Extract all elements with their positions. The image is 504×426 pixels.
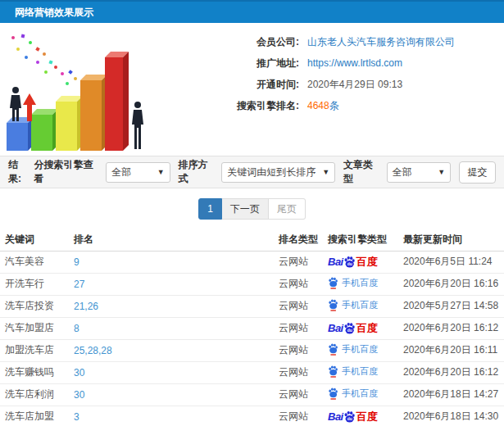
businessman-left-icon — [10, 87, 21, 121]
cell-rank[interactable]: 25,28,28 — [74, 339, 279, 361]
baidu-paw-icon — [328, 298, 338, 312]
table-row: 加盟洗车店25,28,28云网站手机百度2020年6月20日 16:11 — [0, 339, 504, 361]
cell-updated: 2020年5月27日 14:58 — [403, 295, 504, 317]
cell-rank-type: 云网站 — [279, 383, 328, 406]
result-label: 结果: — [8, 158, 30, 186]
cell-updated: 2020年6月20日 16:16 — [403, 273, 504, 295]
next-page-button[interactable]: 下一页 — [222, 198, 269, 220]
info-row-company: 会员公司: 山东老人头汽车服务咨询有限公司 — [148, 31, 504, 52]
cell-rank[interactable]: 27 — [74, 273, 279, 295]
cell-rank-type: 云网站 — [279, 361, 328, 383]
svg-text:du: du — [347, 329, 352, 333]
cell-updated: 2020年6月18日 14:30 — [403, 406, 504, 426]
table-row: 洗车店加盟3云网站Baidu百度2020年6月18日 14:30 — [0, 406, 504, 426]
sort-select[interactable]: 关键词由短到长排序 ▼ — [221, 162, 335, 183]
company-info-list: 会员公司: 山东老人头汽车服务咨询有限公司 推广地址: https://www.… — [148, 23, 504, 156]
table-row: 汽车美容9云网站Baidu百度2020年6月5日 11:24 — [0, 251, 504, 273]
mobile-baidu-logo: 手机百度 — [328, 365, 378, 378]
baidu-paw-icon: du — [343, 322, 356, 334]
cell-engine: 手机百度 — [328, 295, 403, 317]
rank-count-number: 4648 — [307, 100, 329, 111]
table-row: 汽车加盟店8云网站Baidu百度2020年6月20日 16:12 — [0, 317, 504, 339]
cell-keyword: 洗车店投资 — [0, 295, 74, 317]
page-title: 网络营销效果展示 — [15, 6, 93, 20]
header-rank: 排名 — [74, 229, 279, 251]
cell-keyword: 洗车店加盟 — [0, 406, 74, 426]
promo-url-link[interactable]: https://www.lrtlsd.com — [307, 57, 402, 69]
mobile-baidu-logo: 手机百度 — [328, 342, 378, 356]
mobile-baidu-logo: 手机百度 — [328, 387, 378, 401]
baidu-logo: Baidu百度 — [328, 255, 378, 270]
cell-keyword: 汽车加盟店 — [0, 317, 74, 339]
cell-engine: 手机百度 — [328, 339, 403, 361]
cell-engine: Baidu百度 — [328, 406, 403, 426]
cell-engine: 手机百度 — [328, 273, 403, 295]
baidu-paw-icon: du — [343, 410, 356, 423]
cell-keyword: 洗车赚钱吗 — [0, 361, 74, 383]
chevron-down-icon: ▼ — [438, 168, 445, 176]
cell-rank[interactable]: 3 — [74, 406, 279, 426]
mobile-baidu-logo: 手机百度 — [328, 276, 378, 290]
baidu-logo: Baidu百度 — [328, 321, 378, 336]
page: 网络营销效果展示 — [0, 0, 504, 426]
chevron-down-icon: ▼ — [157, 168, 165, 176]
info-row-rank-count: 搜索引擎排名: 4648条 — [148, 95, 504, 116]
header-engine-type: 搜索引擎类型 — [328, 229, 403, 251]
table-header-row: 关键词 排名 排名类型 搜索引擎类型 最新更新时间 — [0, 229, 504, 251]
growth-chart-illustration — [0, 23, 148, 154]
cell-keyword: 加盟洗车店 — [0, 339, 74, 361]
article-type-label: 文章类型 — [343, 158, 382, 186]
last-page-button[interactable]: 尾页 — [269, 198, 306, 220]
svg-text:du: du — [347, 262, 352, 266]
cell-rank-type: 云网站 — [279, 273, 328, 295]
engine-filter-label: 分搜索引擎查看 — [34, 158, 101, 186]
cell-rank[interactable]: 30 — [74, 361, 279, 383]
baidu-paw-icon — [328, 276, 338, 290]
header-keyword: 关键词 — [0, 229, 74, 251]
promo-url-label: 推广地址: — [148, 57, 299, 70]
cell-rank[interactable]: 21,26 — [74, 295, 279, 317]
submit-button[interactable]: 提交 — [459, 161, 496, 184]
header-updated: 最新更新时间 — [403, 229, 504, 251]
rank-count-unit: 条 — [329, 100, 339, 111]
company-name-link[interactable]: 山东老人头汽车服务咨询有限公司 — [307, 35, 455, 49]
results-table: 关键词 排名 排名类型 搜索引擎类型 最新更新时间 汽车美容9云网站Baidu百… — [0, 229, 504, 426]
header-bar: 网络营销效果展示 — [0, 0, 504, 23]
cell-keyword: 汽车美容 — [0, 251, 74, 273]
table-row: 洗车店利润30云网站手机百度2020年6月18日 14:27 — [0, 383, 504, 406]
cell-rank[interactable]: 8 — [74, 317, 279, 339]
cell-rank-type: 云网站 — [279, 317, 328, 339]
cell-keyword: 开洗车行 — [0, 273, 74, 295]
page-number-current[interactable]: 1 — [198, 198, 222, 220]
cell-rank-type: 云网站 — [279, 339, 328, 361]
engine-filter-select[interactable]: 全部 ▼ — [106, 162, 170, 183]
cell-updated: 2020年6月20日 16:12 — [403, 361, 504, 383]
cell-engine: 手机百度 — [328, 383, 403, 406]
article-type-select[interactable]: 全部 ▼ — [387, 162, 451, 183]
baidu-logo: Baidu百度 — [328, 410, 378, 424]
baidu-paw-icon — [328, 387, 338, 401]
cell-updated: 2020年6月20日 16:11 — [403, 339, 504, 361]
cell-rank[interactable]: 9 — [74, 251, 279, 273]
mobile-baidu-logo: 手机百度 — [328, 298, 378, 312]
engine-filter-value: 全部 — [111, 165, 131, 179]
cell-engine: Baidu百度 — [328, 317, 403, 339]
baidu-paw-icon: du — [343, 256, 356, 268]
table-body: 汽车美容9云网站Baidu百度2020年6月5日 11:24开洗车行27云网站手… — [0, 251, 504, 426]
cell-engine: Baidu百度 — [328, 251, 403, 273]
cell-keyword: 洗车店利润 — [0, 383, 74, 406]
svg-text:du: du — [347, 417, 352, 421]
open-time-label: 开通时间: — [148, 78, 299, 92]
rank-count-value: 4648条 — [307, 99, 339, 113]
info-section: 会员公司: 山东老人头汽车服务咨询有限公司 推广地址: https://www.… — [0, 23, 504, 156]
chevron-down-icon: ▼ — [322, 168, 329, 176]
table-row: 开洗车行27云网站手机百度2020年6月20日 16:16 — [0, 273, 504, 295]
header-rank-type: 排名类型 — [279, 229, 328, 251]
baidu-paw-icon — [328, 342, 338, 356]
open-time-value: 2020年4月29日 09:13 — [307, 78, 402, 92]
pagination: 1 下一页 尾页 — [198, 198, 306, 220]
filter-controls: 分搜索引擎查看 全部 ▼ 排序方式 关键词由短到长排序 ▼ 文章类型 全部 ▼ … — [30, 158, 496, 186]
cell-rank[interactable]: 30 — [74, 383, 279, 406]
cell-updated: 2020年6月20日 16:12 — [403, 317, 504, 339]
cell-rank-type: 云网站 — [279, 406, 328, 426]
